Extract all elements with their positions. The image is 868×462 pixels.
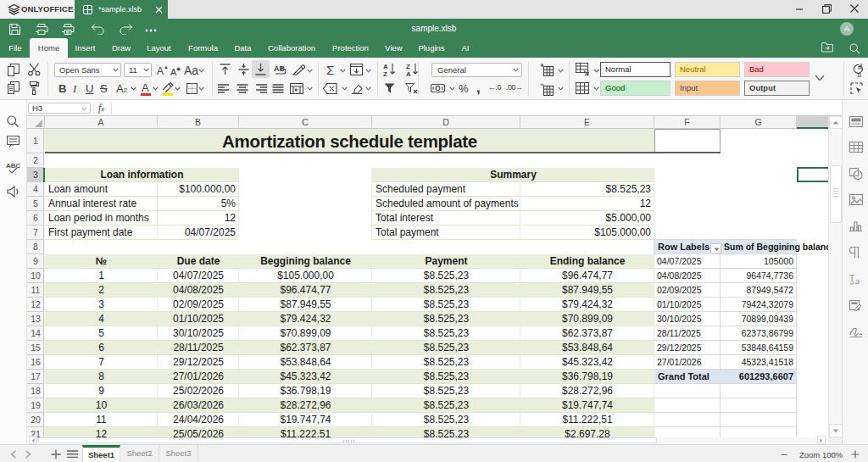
svg-text:A: A: [406, 70, 411, 77]
svg-text:T: T: [849, 274, 854, 283]
svg-text:ABC: ABC: [6, 162, 20, 170]
svg-text:B: B: [858, 72, 862, 78]
svg-text:A: A: [858, 64, 862, 70]
svg-text:a: a: [855, 277, 860, 285]
svg-text:Z: Z: [383, 70, 387, 77]
